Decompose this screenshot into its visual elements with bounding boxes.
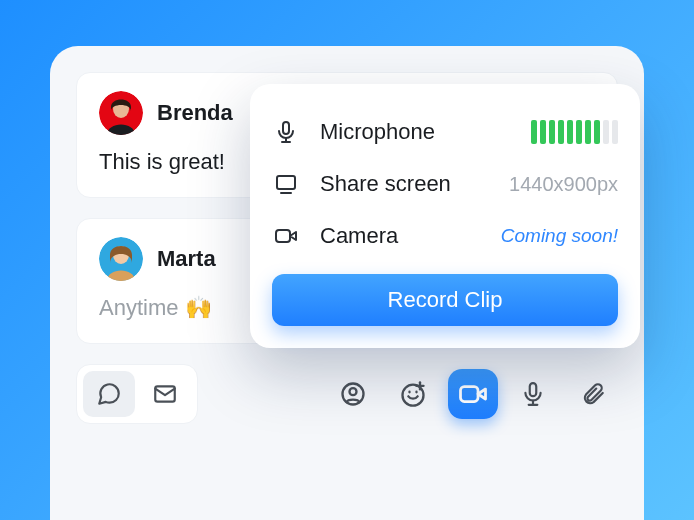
attach-button[interactable] bbox=[568, 369, 618, 419]
meter-bar bbox=[549, 120, 555, 144]
meter-bar bbox=[540, 120, 546, 144]
meter-bar bbox=[585, 120, 591, 144]
svg-rect-14 bbox=[530, 383, 537, 396]
camera-note: Coming soon! bbox=[501, 225, 618, 247]
camera-label: Camera bbox=[320, 223, 481, 249]
share-screen-label: Share screen bbox=[320, 171, 489, 197]
record-popover: Microphone Share screen 1440x900px Camer… bbox=[250, 84, 640, 348]
meter-bar bbox=[576, 120, 582, 144]
video-icon bbox=[458, 379, 488, 409]
mail-mode-button[interactable] bbox=[139, 371, 191, 417]
camera-icon bbox=[272, 224, 300, 248]
message-author: Marta bbox=[157, 246, 216, 272]
svg-rect-12 bbox=[461, 387, 479, 402]
share-screen-row[interactable]: Share screen 1440x900px bbox=[272, 158, 618, 210]
left-tool-group bbox=[76, 364, 198, 424]
chat-icon bbox=[96, 381, 122, 407]
svg-point-6 bbox=[350, 388, 357, 395]
avatar bbox=[99, 91, 143, 135]
avatar bbox=[99, 237, 143, 281]
mic-level-meter bbox=[531, 120, 618, 144]
svg-rect-20 bbox=[277, 176, 295, 189]
meter-bar bbox=[612, 120, 618, 144]
record-clip-action[interactable]: Record Clip bbox=[272, 274, 618, 326]
meter-bar bbox=[531, 120, 537, 144]
record-clip-button[interactable] bbox=[448, 369, 498, 419]
meter-bar bbox=[594, 120, 600, 144]
emoji-add-icon bbox=[399, 380, 427, 408]
mention-button[interactable] bbox=[328, 369, 378, 419]
meter-bar bbox=[558, 120, 564, 144]
mail-icon bbox=[152, 381, 178, 407]
composer-toolbar bbox=[76, 364, 618, 424]
audio-button[interactable] bbox=[508, 369, 558, 419]
meter-bar bbox=[567, 120, 573, 144]
right-tool-group bbox=[328, 369, 618, 419]
svg-rect-17 bbox=[283, 122, 289, 134]
microphone-icon bbox=[272, 120, 300, 144]
paperclip-icon bbox=[580, 381, 606, 407]
screen-icon bbox=[272, 172, 300, 196]
microphone-icon bbox=[520, 381, 546, 407]
camera-row[interactable]: Camera Coming soon! bbox=[272, 210, 618, 262]
microphone-row[interactable]: Microphone bbox=[272, 106, 618, 158]
chat-mode-button[interactable] bbox=[83, 371, 135, 417]
emoji-add-button[interactable] bbox=[388, 369, 438, 419]
message-author: Brenda bbox=[157, 100, 233, 126]
screen-resolution: 1440x900px bbox=[509, 173, 618, 196]
meter-bar bbox=[603, 120, 609, 144]
svg-rect-22 bbox=[276, 230, 290, 242]
mention-icon bbox=[339, 380, 367, 408]
microphone-label: Microphone bbox=[320, 119, 511, 145]
